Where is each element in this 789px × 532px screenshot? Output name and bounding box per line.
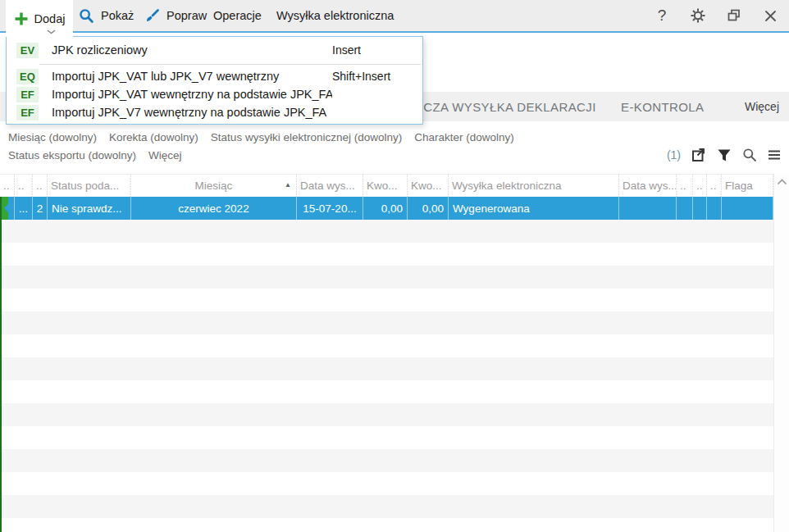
empty-rows-area	[0, 220, 773, 532]
filter-more[interactable]: Więcej	[148, 147, 182, 165]
menu-item-shortcut: Shift+Insert	[332, 70, 414, 83]
restore-icon	[727, 8, 741, 23]
restore-window-button[interactable]	[727, 7, 741, 24]
chevron-down-icon	[47, 30, 56, 34]
menu-hamburger-icon[interactable]	[768, 149, 781, 161]
row-count: (1)	[667, 148, 681, 161]
row-cell	[707, 197, 722, 220]
settings-button[interactable]	[691, 7, 705, 24]
tab-e-kontrola[interactable]: E-KONTROLA	[621, 92, 705, 121]
menu-item-importuj-jpk-vat-wewnetrzny[interactable]: EF Importuj JPK_VAT wewnętrzny na podsta…	[7, 85, 422, 103]
column-header-flaga[interactable]: Flaga	[722, 175, 773, 197]
window-buttons: ?	[654, 0, 778, 31]
column-header[interactable]: ..	[15, 175, 33, 197]
menu-item-jpk-rozliczeniowy[interactable]: EV JPK rozliczeniowy Insert	[7, 39, 422, 61]
menu-item-label: Importuj JPK_VAT wewnętrzny na podstawie…	[52, 88, 332, 101]
add-button-label: Dodaj	[34, 12, 66, 25]
operations-menu[interactable]: Operacje	[213, 0, 262, 31]
filter-status-eksportu[interactable]: Status eksportu (dowolny)	[8, 147, 136, 165]
column-header-wysylka-elektroniczna[interactable]: Wysyłka elektroniczna	[449, 175, 619, 197]
eq-badge: EQ	[16, 69, 39, 84]
filter-korekta[interactable]: Korekta (dowolny)	[109, 129, 198, 147]
row-cell: ...	[15, 197, 33, 220]
toolbar: Pokaż Popraw Operacje Wysyłka elektronic…	[0, 0, 789, 31]
search-list-icon[interactable]	[742, 148, 757, 162]
filter-miesiac[interactable]: Miesiąc (dowolny)	[8, 129, 97, 147]
show-button-label: Pokaż	[101, 9, 134, 22]
ef-badge: EF	[16, 105, 39, 120]
export-icon[interactable]	[691, 148, 706, 162]
sort-ascending-icon: ▲	[285, 182, 291, 189]
show-button[interactable]: Pokaż	[79, 0, 134, 31]
column-header[interactable]: ..	[693, 175, 707, 197]
menu-item-label: Importuj JPK_V7 wewnętrzny na podstawie …	[52, 106, 332, 119]
row-cell-kwota-1: 0,00	[363, 197, 408, 220]
tab-zbiorcza-wysylka-deklaracji[interactable]: RCZA WYSYŁKA DEKLARACJI	[414, 92, 596, 121]
help-icon: ?	[658, 7, 667, 24]
table-row[interactable]: ... 2 Nie sprawdz... czerwiec 2022 15-07…	[0, 197, 773, 220]
filter-status-wysylki[interactable]: Status wysyłki elektronicznej (dowolny)	[211, 129, 402, 147]
tab-label: RCZA WYSYŁKA DEKLARACJI	[414, 100, 596, 114]
row-cell	[619, 197, 677, 220]
vertical-scrollbar[interactable]	[773, 174, 789, 532]
tabs-more-button[interactable]: Więcej	[745, 92, 779, 121]
eshipment-menu[interactable]: Wysyłka elektroniczna	[276, 0, 394, 31]
menu-item-importuj-jpk-vat-lub-v7[interactable]: EQ Importuj JPK_VAT lub JPK_V7 wewnętrzn…	[7, 67, 422, 85]
menu-item-shortcut: Insert	[332, 43, 414, 57]
brush-icon	[144, 8, 160, 24]
row-cell-data-wyslania: 15-07-20...	[297, 197, 363, 220]
jpk-window: Pokaż Popraw Operacje Wysyłka elektronic…	[0, 0, 789, 532]
help-button[interactable]: ?	[654, 7, 669, 24]
column-header-data-wyslania[interactable]: Data wys...	[297, 175, 363, 197]
gear-icon	[690, 7, 706, 24]
menu-separator	[39, 64, 421, 65]
operations-label: Operacje	[213, 9, 262, 22]
column-header-kwota-2[interactable]: Kwo...	[408, 175, 449, 197]
search-icon	[79, 8, 94, 24]
row-cell-wysylka-elektroniczna: Wygenerowana	[449, 197, 619, 220]
row-cell-kwota-2: 0,00	[408, 197, 449, 220]
toolbar-accent-line	[0, 31, 789, 33]
menu-item-importuj-jpk-v7-wewnetrzny[interactable]: EF Importuj JPK_V7 wewnętrzny na podstaw…	[7, 103, 422, 121]
column-header-status-podatnika[interactable]: Status poda...	[48, 175, 131, 197]
close-button[interactable]	[763, 7, 778, 24]
menu-item-label: JPK rozliczeniowy	[52, 43, 332, 57]
left-green-border	[0, 197, 2, 532]
row-cell-miesiac: czerwiec 2022	[131, 197, 297, 220]
ef-badge: EF	[16, 87, 39, 102]
column-header-kwota-1[interactable]: Kwo...	[363, 175, 408, 197]
edit-button[interactable]: Popraw	[144, 0, 207, 31]
add-button[interactable]: Dodaj	[6, 0, 73, 37]
row-cell-status-podatnika: Nie sprawdz...	[48, 197, 131, 220]
plus-icon	[14, 11, 29, 26]
column-header-data-wyslania-2[interactable]: Data wys...	[619, 175, 677, 197]
row-cell-flaga	[722, 197, 773, 220]
row-cell	[677, 197, 693, 220]
filter-panel: Miesiąc (dowolny) Korekta (dowolny) Stat…	[8, 129, 599, 165]
column-header[interactable]: ..	[0, 175, 15, 197]
column-header[interactable]: ..	[677, 175, 693, 197]
row-cell	[693, 197, 707, 220]
row-cell: 2	[33, 197, 48, 220]
list-toolbar: (1)	[667, 145, 781, 165]
tabs-more-label: Więcej	[745, 100, 779, 113]
ev-badge: EV	[16, 43, 39, 58]
scroll-up-icon[interactable]	[777, 179, 787, 185]
menu-item-label: Importuj JPK_VAT lub JPK_V7 wewnętrzny	[52, 70, 332, 83]
eshipment-label: Wysyłka elektroniczna	[276, 9, 394, 22]
table-header: .. .. .. Status poda... Miesiąc ▲ Data w…	[0, 174, 773, 197]
column-header[interactable]: ..	[707, 175, 722, 197]
edit-button-label: Popraw	[166, 9, 207, 22]
close-icon	[764, 10, 777, 22]
column-header[interactable]: ..	[33, 175, 48, 197]
filter-funnel-icon[interactable]	[717, 148, 732, 162]
filter-charakter[interactable]: Charakter (dowolny)	[414, 129, 514, 147]
add-dropdown-menu: EV JPK rozliczeniowy Insert EQ Importuj …	[6, 36, 423, 125]
column-header-miesiac[interactable]: Miesiąc ▲	[131, 175, 297, 197]
tab-label: E-KONTROLA	[621, 100, 705, 114]
